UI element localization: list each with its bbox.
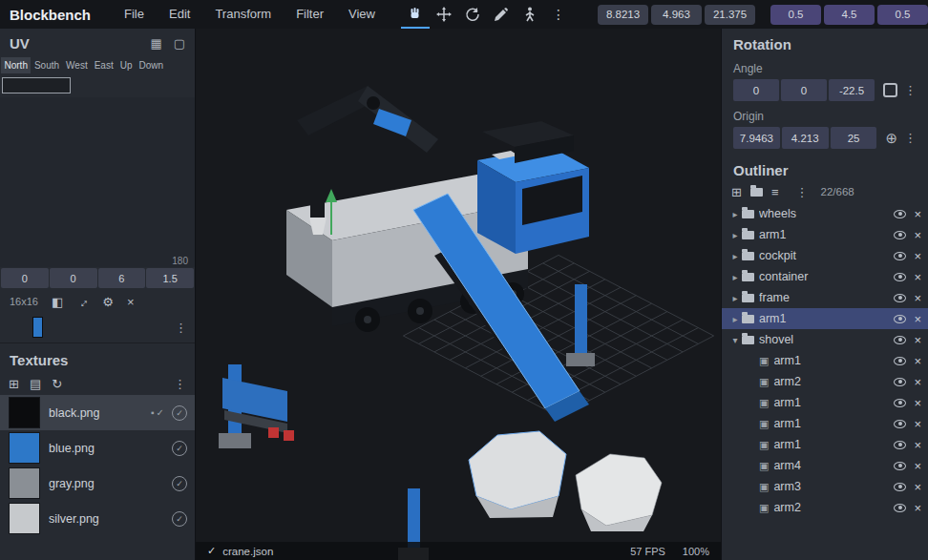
expand-icon[interactable]: ▸ xyxy=(729,251,741,261)
uv-face-north[interactable]: North xyxy=(1,57,31,73)
slider-field[interactable]: 0.5 xyxy=(770,5,821,25)
transform-field[interactable]: 21.375 xyxy=(705,5,755,25)
outliner-item-arm1[interactable]: ▣ arm1 × xyxy=(722,350,928,371)
angle-more-icon[interactable]: ⋮ xyxy=(904,83,917,97)
uv-face-south[interactable]: South xyxy=(31,57,62,73)
texture-item-blue[interactable]: blue.png ✓ xyxy=(0,430,195,466)
menu-transform[interactable]: Transform xyxy=(202,0,284,29)
texture-item-silver[interactable]: silver.png ✓ xyxy=(0,501,195,536)
remove-icon[interactable]: × xyxy=(914,418,921,430)
menu-file[interactable]: File xyxy=(112,0,157,29)
uv-more-icon[interactable]: ⋮ xyxy=(175,321,187,335)
save-texture-icon[interactable]: ▤ xyxy=(30,377,41,391)
visibility-eye-icon[interactable] xyxy=(894,210,906,218)
outliner-item-wheels[interactable]: ▸ wheels × xyxy=(722,203,928,224)
viewport-canvas[interactable] xyxy=(196,29,721,560)
origin-value-field[interactable]: 7.9463 xyxy=(733,127,780,149)
outliner-item-arm1[interactable]: ▸ arm1 × xyxy=(722,308,928,329)
visibility-eye-icon[interactable] xyxy=(894,273,906,281)
visibility-eye-icon[interactable] xyxy=(894,483,906,491)
remove-icon[interactable]: × xyxy=(914,292,921,304)
fill-bucket-icon[interactable]: ◧ xyxy=(52,295,63,309)
rotate-tool-button[interactable] xyxy=(458,0,487,29)
remove-icon[interactable]: × xyxy=(914,439,921,451)
more-tools-button[interactable]: ⋮ xyxy=(544,0,573,29)
uv-canvas[interactable]: 180 xyxy=(0,97,195,267)
slider-field[interactable]: 0.5 xyxy=(877,5,928,25)
uv-selection-swatch[interactable] xyxy=(32,317,43,338)
menu-edit[interactable]: Edit xyxy=(157,0,202,29)
pivot-toggle-icon[interactable] xyxy=(883,83,897,97)
remove-icon[interactable]: × xyxy=(914,460,921,472)
import-texture-icon[interactable]: ⊞ xyxy=(9,377,19,391)
remove-icon[interactable]: × xyxy=(914,502,921,514)
remove-icon[interactable]: × xyxy=(914,376,921,388)
move-tool-button[interactable] xyxy=(430,0,458,29)
outliner-item-shovel[interactable]: ▾ shovel × xyxy=(722,329,928,350)
remove-icon[interactable]: × xyxy=(914,271,921,283)
remove-icon[interactable]: × xyxy=(914,334,921,346)
remove-icon[interactable]: × xyxy=(914,250,921,262)
expand-icon[interactable]: ▸ xyxy=(729,230,741,240)
angle-value-field[interactable]: -22.5 xyxy=(829,79,875,101)
pan-tool-button[interactable] xyxy=(401,0,430,29)
uv-face-down[interactable]: Down xyxy=(136,57,167,73)
texture-item-gray[interactable]: gray.png ✓ xyxy=(0,466,195,501)
origin-value-field[interactable]: 4.213 xyxy=(782,127,829,149)
brush-tool-button[interactable] xyxy=(487,0,516,29)
texture-enable-toggle[interactable]: ✓ xyxy=(172,511,187,527)
outliner-item-arm2[interactable]: ▣ arm2 × xyxy=(722,371,928,392)
visibility-eye-icon[interactable] xyxy=(894,231,906,239)
walk-tool-button[interactable] xyxy=(516,0,544,29)
uv-settings-gear-icon[interactable]: ⚙ xyxy=(102,295,114,309)
visibility-eye-icon[interactable] xyxy=(894,462,906,470)
visibility-eye-icon[interactable] xyxy=(894,336,906,344)
menu-filter[interactable]: Filter xyxy=(284,0,336,29)
remove-icon[interactable]: × xyxy=(914,208,921,220)
origin-more-icon[interactable]: ⋮ xyxy=(904,131,917,145)
uv-face-west[interactable]: West xyxy=(63,57,92,73)
outliner-item-arm1[interactable]: ▣ arm1 × xyxy=(722,413,928,434)
visibility-eye-icon[interactable] xyxy=(894,315,906,323)
outliner-item-arm4[interactable]: ▣ arm4 × xyxy=(722,455,928,476)
uv-value-field[interactable]: 1.5 xyxy=(146,268,194,288)
visibility-eye-icon[interactable] xyxy=(894,399,906,407)
uv-value-field[interactable]: 6 xyxy=(98,268,146,288)
origin-crosshair-icon[interactable]: ⊕ xyxy=(885,131,897,145)
textures-more-icon[interactable]: ⋮ xyxy=(174,377,186,391)
outliner-item-frame[interactable]: ▸ frame × xyxy=(722,287,928,308)
transform-field[interactable]: 8.8213 xyxy=(598,5,648,25)
uv-face-east[interactable]: East xyxy=(91,57,116,73)
texture-enable-toggle[interactable]: ✓ xyxy=(172,441,187,456)
uv-grid-icon[interactable]: ▦ xyxy=(150,36,161,51)
visibility-eye-icon[interactable] xyxy=(894,294,906,302)
menu-view[interactable]: View xyxy=(336,0,388,29)
uv-fullscreen-icon[interactable]: ▢ xyxy=(174,36,185,51)
visibility-eye-icon[interactable] xyxy=(894,357,906,365)
expand-icon[interactable]: ▸ xyxy=(729,209,741,219)
texture-item-black[interactable]: black.png ▪✓ ✓ xyxy=(0,395,195,430)
collapse-icon[interactable]: ▾ xyxy=(729,335,741,345)
reload-texture-icon[interactable]: ↻ xyxy=(52,377,62,391)
maximize-uv-icon[interactable]: ↔ xyxy=(74,292,93,311)
outliner-more-icon[interactable]: ⋮ xyxy=(796,185,809,199)
expand-icon[interactable]: ▸ xyxy=(729,293,741,303)
angle-value-field[interactable]: 0 xyxy=(781,79,827,101)
outliner-list-icon[interactable]: ≡ xyxy=(771,185,779,199)
uv-face-up[interactable]: Up xyxy=(116,57,136,73)
expand-icon[interactable]: ▸ xyxy=(729,314,741,324)
uv-coord-input[interactable] xyxy=(2,77,71,93)
texture-enable-toggle[interactable]: ✓ xyxy=(172,405,187,421)
visibility-eye-icon[interactable] xyxy=(894,378,906,386)
visibility-eye-icon[interactable] xyxy=(894,504,906,512)
remove-icon[interactable]: × xyxy=(914,313,921,325)
slider-field[interactable]: 4.5 xyxy=(824,5,875,25)
outliner-item-cockpit[interactable]: ▸ cockpit × xyxy=(722,245,928,266)
remove-icon[interactable]: × xyxy=(914,481,921,493)
transform-field[interactable]: 4.963 xyxy=(651,5,702,25)
expand-icon[interactable]: ▸ xyxy=(729,272,741,282)
outliner-item-arm1[interactable]: ▣ arm1 × xyxy=(722,392,928,413)
texture-enable-toggle[interactable]: ✓ xyxy=(172,476,187,491)
visibility-eye-icon[interactable] xyxy=(894,441,906,449)
viewport[interactable]: ✓ crane.json 57 FPS 100% xyxy=(196,29,721,560)
